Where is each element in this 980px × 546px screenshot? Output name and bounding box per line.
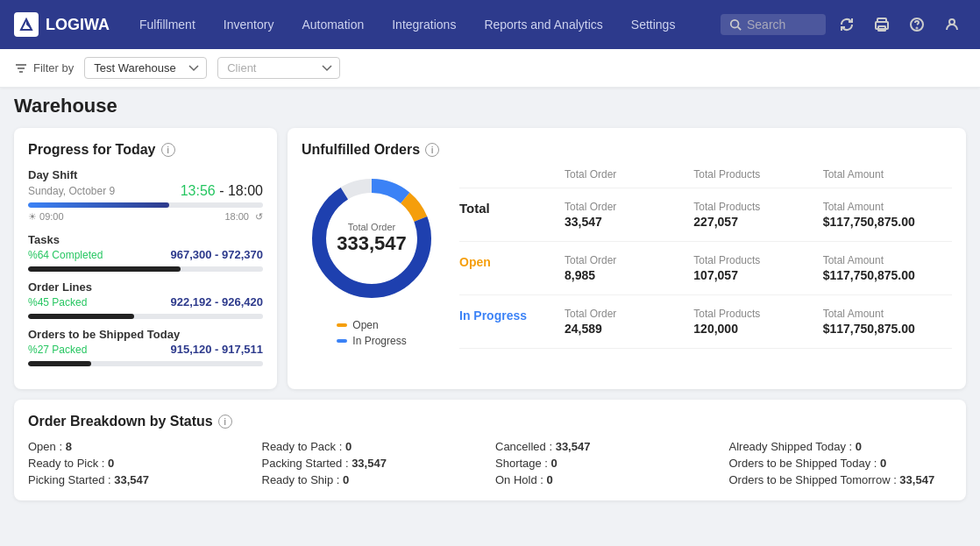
donut-wrap: Total Order 333,547 Open In Progress xyxy=(302,168,442,349)
svg-point-8 xyxy=(917,28,918,29)
svg-line-3 xyxy=(738,27,742,31)
filter-bar: Filter by Test Warehouse Client xyxy=(0,49,980,88)
warehouse-select[interactable]: Test Warehouse xyxy=(84,57,207,79)
nav-links: Fulfillment Inventory Automation Integra… xyxy=(127,11,721,39)
stats-row-inprogress: In Progress Total Order 24,589 Total Pro… xyxy=(459,295,952,349)
donut-legend: Open In Progress xyxy=(337,319,406,347)
progress-title: Progress for Today i xyxy=(28,142,263,158)
nav-settings[interactable]: Settings xyxy=(619,11,688,39)
breakdown-ready-ship: Ready to Ship : 0 xyxy=(262,473,486,486)
breakdown-col-2: Ready to Pack : 0 Packing Started : 33,5… xyxy=(262,440,486,486)
breakdown-grid: Open : 8 Ready to Pick : 0 Picking Start… xyxy=(28,440,952,486)
breakdown-info-icon[interactable]: i xyxy=(218,415,232,429)
svg-marker-1 xyxy=(26,19,32,30)
search-icon xyxy=(729,18,742,31)
shift-end-time: 18:00 ↺ xyxy=(224,211,263,223)
breakdown-open: Open : 8 xyxy=(28,440,252,453)
shift-progress-bar xyxy=(28,202,263,208)
breakdown-cancelled: Cancelled : 33,547 xyxy=(495,440,719,453)
navbar: LOGIWA Fulfillment Inventory Automation … xyxy=(0,0,980,49)
help-button[interactable] xyxy=(903,11,931,39)
breakdown-picking-started: Picking Started : 33,547 xyxy=(28,473,252,486)
breakdown-on-hold: On Hold : 0 xyxy=(495,473,719,486)
stats-table: Total Order Total Products Total Amount … xyxy=(459,168,952,349)
logo[interactable]: LOGIWA xyxy=(14,12,110,37)
refresh-button[interactable] xyxy=(833,11,861,39)
progress-info-icon[interactable]: i xyxy=(161,143,175,157)
print-button[interactable] xyxy=(868,11,896,39)
top-row: Progress for Today i Day Shift Sunday, O… xyxy=(14,128,966,389)
shift-time-row: Sunday, October 9 13:56 - 18:00 xyxy=(28,183,263,199)
breakdown-col-4: Already Shipped Today : 0 Orders to be S… xyxy=(729,440,953,486)
filter-label-group: Filter by xyxy=(14,61,74,75)
filter-by-label: Filter by xyxy=(33,61,74,74)
order-lines-metric: Order Lines %45 Packed 922,192 - 926,420 xyxy=(28,280,263,319)
header-total-order: Total Order xyxy=(565,168,693,181)
svg-point-2 xyxy=(731,20,739,28)
breakdown-col-3: Cancelled : 33,547 Shortage : 0 On Hold … xyxy=(495,440,719,486)
filter-icon xyxy=(14,61,28,75)
tasks-metric: Tasks %64 Completed 967,300 - 972,370 xyxy=(28,233,263,272)
legend-inprogress: In Progress xyxy=(337,335,406,347)
breakdown-card: Order Breakdown by Status i Open : 8 Rea… xyxy=(14,400,966,500)
breakdown-shipped-tomorrow: Orders to be Shipped Tomorrow : 33,547 xyxy=(729,473,953,486)
header-total-products: Total Products xyxy=(693,168,822,181)
shift-label: Day Shift xyxy=(28,168,263,181)
shift-date: Sunday, October 9 xyxy=(28,185,115,197)
donut-center: Total Order 333,547 xyxy=(337,222,407,255)
donut-chart: Total Order 333,547 xyxy=(302,168,442,308)
shift-start-time: ☀ 09:00 xyxy=(28,211,64,223)
shift-time-range: ☀ 09:00 18:00 ↺ xyxy=(28,211,263,223)
unfulfilled-card: Unfulfilled Orders i xyxy=(288,128,966,389)
orders-shipped-metric: Orders to be Shipped Today %27 Packed 91… xyxy=(28,328,263,366)
stats-header-row: Total Order Total Products Total Amount xyxy=(459,168,952,188)
legend-open: Open xyxy=(337,319,406,331)
breakdown-title: Order Breakdown by Status i xyxy=(28,414,952,429)
stats-row-total: Total Total Order 33,547 Total Products … xyxy=(459,188,952,242)
nav-integrations[interactable]: Integrations xyxy=(380,11,468,39)
breakdown-already-shipped: Already Shipped Today : 0 xyxy=(729,440,953,453)
user-button[interactable] xyxy=(938,11,966,39)
main-content: Progress for Today i Day Shift Sunday, O… xyxy=(0,117,980,511)
client-select[interactable]: Client xyxy=(217,57,340,79)
unfulfilled-title: Unfulfilled Orders i xyxy=(302,142,952,158)
search-box[interactable] xyxy=(721,14,826,35)
nav-reports[interactable]: Reports and Analytics xyxy=(472,11,614,39)
nav-fulfillment[interactable]: Fulfillment xyxy=(127,11,208,39)
breakdown-col-1: Open : 8 Ready to Pick : 0 Picking Start… xyxy=(28,440,252,486)
breakdown-shipped-today: Orders to be Shipped Today : 0 xyxy=(729,457,953,470)
breakdown-packing-started: Packing Started : 33,547 xyxy=(262,457,486,470)
nav-automation[interactable]: Automation xyxy=(289,11,376,39)
logo-icon xyxy=(14,12,39,37)
progress-card: Progress for Today i Day Shift Sunday, O… xyxy=(14,128,277,389)
search-input[interactable] xyxy=(747,18,817,32)
unfulfilled-inner: Total Order 333,547 Open In Progress xyxy=(302,168,952,349)
unfulfilled-info-icon[interactable]: i xyxy=(425,143,439,157)
nav-actions xyxy=(721,11,966,39)
breakdown-shortage: Shortage : 0 xyxy=(495,457,719,470)
warehouse-title: Warehouse xyxy=(0,88,980,117)
shift-section: Day Shift Sunday, October 9 13:56 - 18:0… xyxy=(28,168,263,223)
breakdown-ready-pack: Ready to Pack : 0 xyxy=(262,440,486,453)
nav-inventory[interactable]: Inventory xyxy=(211,11,287,39)
breakdown-ready-pick: Ready to Pick : 0 xyxy=(28,457,252,470)
logo-text: LOGIWA xyxy=(46,16,110,34)
shift-time: 13:56 - 18:00 xyxy=(181,183,263,199)
stats-row-open: Open Total Order 8,985 Total Products 10… xyxy=(459,242,952,295)
header-total-amount: Total Amount xyxy=(823,168,952,181)
